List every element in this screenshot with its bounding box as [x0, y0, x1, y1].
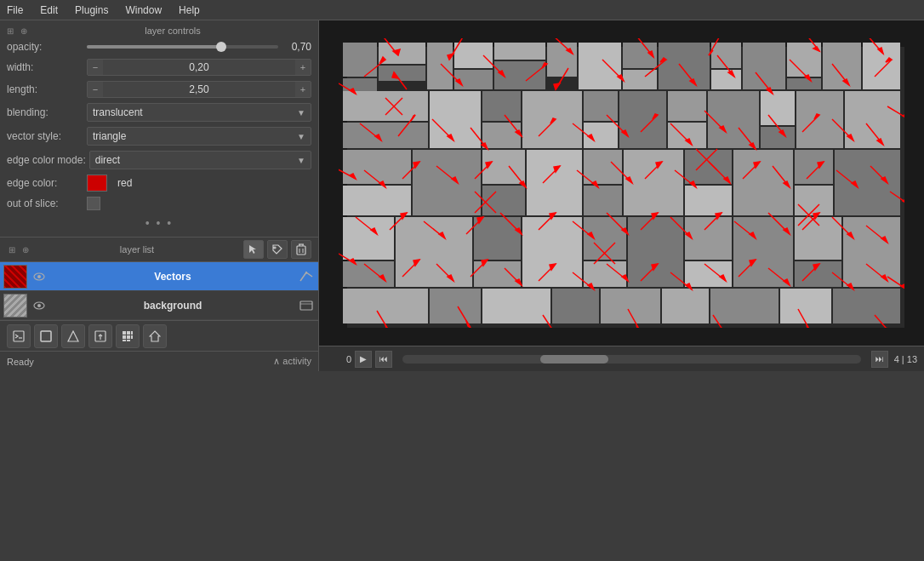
edge-color-mode-arrow: ▼ — [297, 156, 305, 165]
svg-rect-55 — [711, 70, 741, 89]
vector-style-dropdown[interactable]: triangle ▼ — [87, 127, 311, 146]
layer-item-background[interactable]: background — [0, 291, 318, 320]
layer-list-section: ⊞ ⊕ layer list — [0, 238, 318, 320]
layer-list-icon-2[interactable]: ⊕ — [20, 244, 31, 255]
svg-rect-103 — [685, 261, 732, 287]
play-btn[interactable]: ▶ — [355, 351, 372, 368]
svg-rect-58 — [787, 78, 821, 89]
svg-line-10 — [306, 272, 312, 277]
width-decrement[interactable]: − — [88, 60, 103, 75]
svg-rect-44 — [427, 43, 453, 89]
canvas-image — [339, 38, 904, 328]
svg-rect-115 — [780, 289, 831, 323]
length-increment[interactable]: + — [295, 82, 311, 97]
svg-rect-29 — [127, 340, 130, 341]
edge-color-mode-value: direct — [95, 154, 120, 166]
svg-rect-26 — [127, 335, 130, 339]
blending-dropdown[interactable]: translucent ▼ — [87, 103, 311, 122]
layer-list-title: layer list — [120, 244, 154, 255]
layer-name-vectors: Vectors — [48, 271, 298, 283]
length-row: length: − 2,50 + — [0, 78, 318, 100]
rect-btn[interactable] — [34, 324, 58, 348]
page-indicator: 4 | 13 — [892, 354, 917, 364]
layer-eye-background[interactable] — [31, 297, 48, 314]
svg-rect-65 — [482, 91, 521, 121]
svg-rect-64 — [430, 91, 481, 148]
home-btn[interactable] — [143, 324, 167, 348]
width-increment[interactable]: + — [295, 60, 311, 75]
controls-toolbar: ⊞ ⊕ layer controls — [0, 24, 318, 37]
svg-rect-111 — [552, 289, 599, 323]
svg-rect-96 — [474, 217, 521, 260]
layer-type-icon-vectors — [298, 268, 315, 285]
menu-window[interactable]: Window — [122, 3, 165, 17]
bottom-toolbar — [0, 320, 318, 351]
svg-rect-41 — [343, 43, 377, 77]
opacity-slider[interactable] — [87, 40, 278, 54]
edge-color-swatch[interactable] — [87, 175, 107, 192]
menu-edit[interactable]: Edit — [37, 3, 61, 17]
svg-rect-92 — [835, 150, 900, 215]
controls-icon-2[interactable]: ⊕ — [19, 26, 29, 36]
menubar: File Edit Plugins Window Help — [0, 0, 924, 20]
svg-line-9 — [300, 272, 306, 281]
tag-tool-btn[interactable] — [267, 240, 288, 259]
width-spinbox[interactable]: − 0,20 + — [87, 59, 311, 76]
timeline-scrollbar[interactable] — [402, 355, 861, 364]
edge-color-mode-dropdown[interactable]: direct ▼ — [89, 151, 311, 169]
timeline-thumb[interactable] — [540, 355, 608, 364]
layer-thumb-vectors — [3, 265, 27, 289]
start-btn[interactable]: ⏭ — [871, 351, 888, 368]
svg-point-13 — [37, 304, 41, 307]
svg-marker-30 — [150, 331, 160, 341]
svg-rect-25 — [123, 335, 126, 339]
out-of-slice-row: out of slice: — [0, 194, 318, 213]
svg-rect-70 — [619, 91, 666, 148]
length-label: length: — [7, 83, 83, 95]
app-window: File Edit Plugins Window Help ⊞ ⊕ layer … — [0, 0, 924, 371]
dots-separator: • • • — [0, 213, 318, 233]
blending-value: translucent — [93, 106, 143, 118]
svg-marker-0 — [249, 245, 256, 254]
svg-rect-116 — [833, 289, 900, 323]
activity-btn[interactable]: ∧ activity — [273, 356, 311, 367]
menu-help[interactable]: Help — [175, 3, 203, 17]
export-btn[interactable] — [88, 324, 112, 348]
layer-list-tools — [243, 240, 311, 259]
svg-rect-97 — [474, 261, 521, 287]
svg-rect-108 — [343, 289, 428, 323]
length-spinbox[interactable]: − 2,50 + — [87, 81, 311, 98]
select-tool-btn[interactable] — [243, 240, 264, 259]
svg-rect-91 — [795, 186, 833, 215]
end-btn[interactable]: ⏮ — [375, 351, 392, 368]
edge-color-label: edge color: — [7, 177, 83, 189]
length-decrement[interactable]: − — [88, 82, 103, 97]
terminal-btn[interactable] — [7, 324, 31, 348]
svg-rect-66 — [482, 123, 521, 148]
menu-plugins[interactable]: Plugins — [71, 3, 111, 17]
svg-rect-43 — [379, 66, 425, 81]
layer-item-vectors[interactable]: Vectors — [0, 262, 318, 291]
svg-rect-73 — [708, 91, 759, 148]
blending-arrow: ▼ — [297, 108, 305, 117]
menu-file[interactable]: File — [3, 3, 26, 17]
layer-controls-panel: ⊞ ⊕ layer controls opacity: 0,70 — [0, 20, 318, 238]
width-label: width: — [7, 61, 83, 73]
layer-eye-vectors[interactable] — [31, 268, 48, 285]
vector-style-row: vector style: triangle ▼ — [0, 124, 318, 148]
delete-layer-btn[interactable] — [291, 240, 311, 259]
svg-rect-114 — [710, 289, 779, 323]
width-value: 0,20 — [103, 61, 295, 73]
grid-btn[interactable] — [116, 324, 140, 348]
svg-rect-85 — [584, 186, 622, 215]
svg-rect-78 — [343, 150, 411, 184]
controls-icon-1[interactable]: ⊞ — [5, 26, 15, 36]
opacity-row: opacity: 0,70 — [0, 37, 318, 56]
out-of-slice-checkbox[interactable] — [87, 197, 100, 210]
svg-rect-90 — [795, 150, 833, 184]
shapes-btn[interactable] — [61, 324, 85, 348]
svg-rect-107 — [843, 217, 900, 287]
svg-rect-80 — [413, 150, 481, 215]
layer-list-icon-1[interactable]: ⊞ — [7, 244, 17, 255]
svg-rect-75 — [761, 127, 795, 148]
